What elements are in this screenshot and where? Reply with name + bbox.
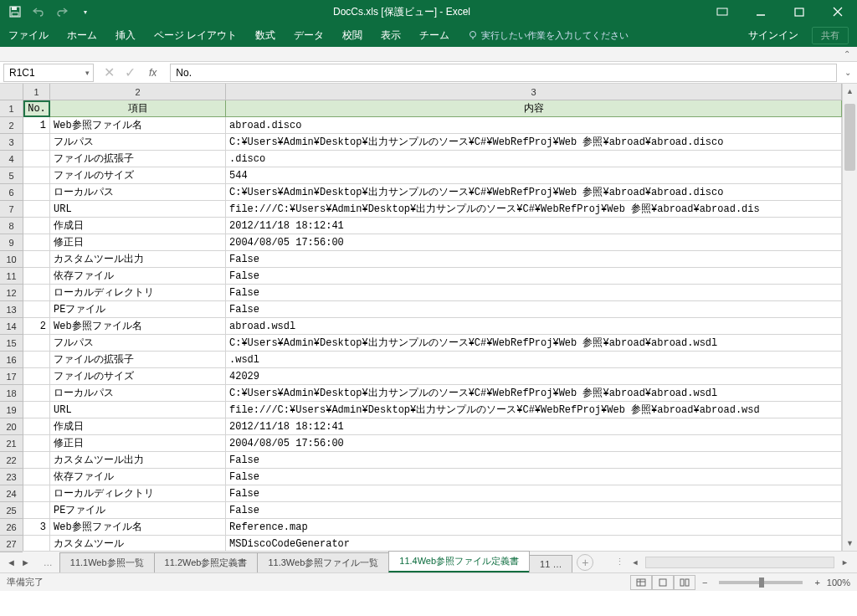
- cell[interactable]: 2004/08/05 17:56:00: [226, 234, 842, 250]
- row-header[interactable]: 4: [0, 151, 23, 167]
- row-header[interactable]: 5: [0, 167, 23, 184]
- formula-expand-icon[interactable]: ⌄: [844, 68, 851, 77]
- cell[interactable]: [23, 218, 50, 234]
- row-header[interactable]: 13: [0, 301, 23, 318]
- cell[interactable]: Web参照ファイル名: [50, 318, 226, 334]
- cell[interactable]: ファイルの拡張子: [50, 352, 226, 367]
- view-pagelayout-button[interactable]: [652, 575, 674, 590]
- cell[interactable]: PEファイル: [50, 502, 226, 518]
- row-header[interactable]: 6: [0, 184, 23, 201]
- zoom-thumb[interactable]: [759, 578, 764, 588]
- row-header[interactable]: 23: [0, 469, 23, 485]
- row-header[interactable]: 14: [0, 318, 23, 335]
- cell[interactable]: [23, 251, 50, 267]
- row-header[interactable]: 15: [0, 335, 23, 352]
- tab-nav-next-icon[interactable]: ►: [21, 557, 30, 567]
- tell-me-search[interactable]: 実行したい作業を入力してください: [468, 29, 629, 42]
- cell[interactable]: [23, 335, 50, 351]
- cell[interactable]: False: [226, 251, 842, 267]
- cell[interactable]: PEファイル: [50, 301, 226, 317]
- cell[interactable]: [23, 485, 50, 501]
- scroll-down-icon[interactable]: ▼: [843, 536, 857, 551]
- row-header[interactable]: 11: [0, 268, 23, 285]
- cell[interactable]: 3: [23, 519, 50, 535]
- row-header[interactable]: 25: [0, 502, 23, 519]
- row-header[interactable]: 10: [0, 251, 23, 268]
- cell[interactable]: [23, 234, 50, 250]
- cell[interactable]: [23, 285, 50, 300]
- vscroll-thumb[interactable]: [844, 104, 855, 171]
- zoom-slider[interactable]: [719, 581, 803, 584]
- cell[interactable]: MSDiscoCodeGenerator: [226, 536, 842, 551]
- cell[interactable]: [23, 151, 50, 167]
- undo-icon[interactable]: [30, 3, 47, 20]
- cell[interactable]: [23, 536, 50, 551]
- ribbon-display-icon[interactable]: [703, 0, 742, 23]
- cell[interactable]: 42029: [226, 368, 842, 384]
- cell[interactable]: [23, 402, 50, 418]
- cell[interactable]: 2012/11/18 18:12:41: [226, 218, 842, 234]
- cell[interactable]: [23, 385, 50, 401]
- cell[interactable]: 2004/08/05 17:56:00: [226, 435, 842, 451]
- row-header[interactable]: 2: [0, 117, 23, 134]
- cell[interactable]: 依存ファイル: [50, 469, 226, 485]
- row-header[interactable]: 19: [0, 402, 23, 418]
- name-box[interactable]: R1C1 ▾: [3, 64, 94, 82]
- row-header[interactable]: 24: [0, 485, 23, 502]
- horizontal-scrollbar[interactable]: [645, 557, 834, 568]
- add-sheet-button[interactable]: +: [577, 554, 593, 571]
- cell[interactable]: .disco: [226, 151, 842, 167]
- hscroll-right-icon[interactable]: ►: [838, 558, 852, 567]
- signin-link[interactable]: サインイン: [748, 28, 798, 43]
- share-button[interactable]: 共有: [812, 27, 849, 44]
- namebox-dropdown-icon[interactable]: ▾: [85, 69, 90, 77]
- cell[interactable]: ファイルの拡張子: [50, 151, 226, 167]
- cell[interactable]: C:¥Users¥Admin¥Desktop¥出力サンプルのソース¥C#¥Web…: [226, 184, 842, 200]
- close-button[interactable]: [819, 0, 857, 23]
- column-header-1[interactable]: 1: [23, 84, 50, 100]
- tab-home[interactable]: ホーム: [67, 28, 97, 43]
- row-header[interactable]: 8: [0, 218, 23, 234]
- cell[interactable]: C:¥Users¥Admin¥Desktop¥出力サンプルのソース¥C#¥Web…: [226, 335, 842, 351]
- cell[interactable]: ローカルパス: [50, 385, 226, 401]
- cell[interactable]: False: [226, 469, 842, 485]
- row-header[interactable]: 7: [0, 201, 23, 218]
- cell[interactable]: カスタムツール出力: [50, 452, 226, 468]
- cell[interactable]: C:¥Users¥Admin¥Desktop¥出力サンプルのソース¥C#¥Web…: [226, 134, 842, 150]
- view-pagebreak-button[interactable]: [674, 575, 695, 590]
- header-cell-content[interactable]: 内容: [226, 100, 842, 117]
- cell[interactable]: [23, 435, 50, 451]
- row-header[interactable]: 22: [0, 452, 23, 469]
- tab-formulas[interactable]: 数式: [255, 28, 275, 43]
- header-cell-no[interactable]: No.: [23, 100, 50, 117]
- view-normal-button[interactable]: [630, 575, 652, 590]
- row-header[interactable]: 16: [0, 352, 23, 368]
- formula-bar[interactable]: No. ⌄: [170, 64, 837, 82]
- row-header[interactable]: 1: [0, 100, 23, 117]
- tab-view[interactable]: 表示: [381, 28, 401, 43]
- row-header[interactable]: 9: [0, 234, 23, 251]
- cell[interactable]: フルパス: [50, 335, 226, 351]
- cell[interactable]: 1: [23, 117, 50, 133]
- tab-nav-prev-icon[interactable]: ◄: [7, 557, 16, 567]
- cell[interactable]: 2: [23, 318, 50, 334]
- row-header[interactable]: 26: [0, 519, 23, 536]
- cell[interactable]: 作成日: [50, 218, 226, 234]
- cell[interactable]: カスタムツール: [50, 536, 226, 551]
- sheet-tab[interactable]: 11.4Web参照ファイル定義書: [388, 551, 530, 572]
- cell[interactable]: [23, 352, 50, 367]
- zoom-out-button[interactable]: −: [702, 578, 707, 588]
- collapse-ribbon-icon[interactable]: ⌃: [844, 49, 850, 59]
- zoom-in-button[interactable]: +: [814, 578, 819, 588]
- cell[interactable]: [23, 184, 50, 200]
- tab-insert[interactable]: 挿入: [115, 28, 136, 43]
- tab-data[interactable]: データ: [294, 28, 324, 43]
- cell[interactable]: ファイルのサイズ: [50, 167, 226, 183]
- row-header[interactable]: 27: [0, 536, 23, 552]
- row-header[interactable]: 21: [0, 435, 23, 452]
- cell[interactable]: Web参照ファイル名: [50, 117, 226, 133]
- row-header[interactable]: 12: [0, 285, 23, 301]
- row-header[interactable]: 18: [0, 385, 23, 402]
- tab-review[interactable]: 校閲: [342, 28, 362, 43]
- sheet-tab[interactable]: 11.3Web参照ファイル一覧: [257, 552, 389, 572]
